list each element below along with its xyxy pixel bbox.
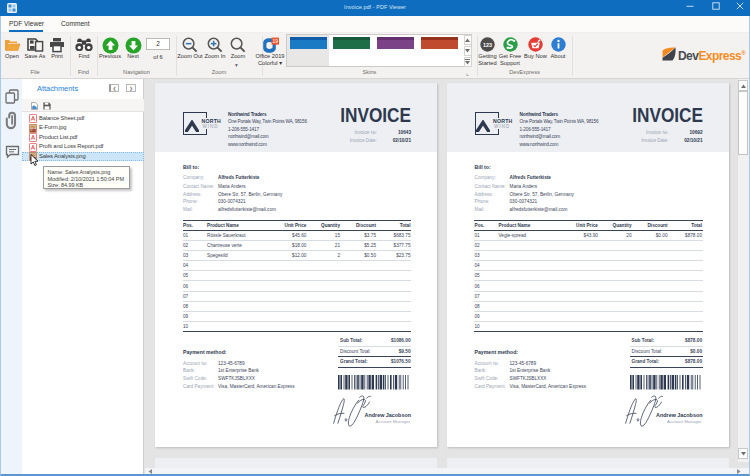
svg-text:19: 19 — [272, 38, 278, 44]
